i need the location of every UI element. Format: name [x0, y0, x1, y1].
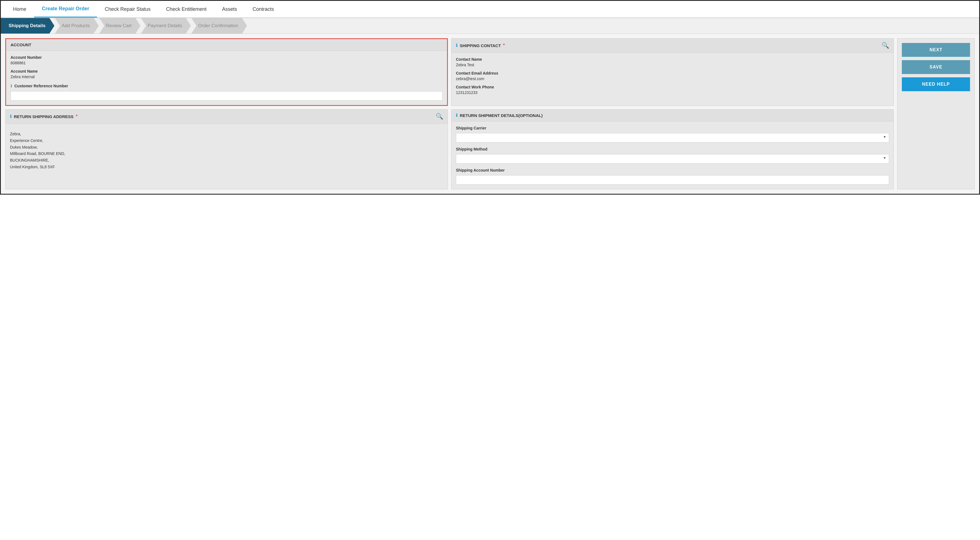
account-number-value: 6088861 — [11, 61, 442, 65]
nav-item-check-repair-status[interactable]: Check Repair Status — [97, 2, 158, 17]
shipping-contact-required: * — [503, 43, 505, 48]
shipping-method-label: Shipping Method — [456, 147, 889, 151]
return-address-title: RETURN SHIPPING ADDRESS — [14, 114, 73, 119]
contact-email-label: Contact Email Address — [456, 71, 889, 75]
return-shipment-header: ℹ RETURN SHIPMENT DETAILS(OPTIONAL) — [452, 110, 894, 121]
return-shipment-info-icon: ℹ — [456, 113, 458, 118]
carrier-select-wrapper — [456, 131, 889, 142]
wizard-step-add-products[interactable]: Add Products — [55, 18, 99, 33]
customer-ref-info-icon: ℹ — [11, 83, 12, 88]
return-shipment-title: RETURN SHIPMENT DETAILS(OPTIONAL) — [460, 113, 542, 118]
account-name-value: Zebra Internal — [11, 75, 442, 79]
nav-item-check-entitlement[interactable]: Check Entitlement — [158, 2, 214, 17]
nav-item-assets[interactable]: Assets — [214, 2, 245, 17]
account-number-label: Account Number — [11, 55, 442, 60]
action-panel: NEXT SAVE NEED HELP — [897, 38, 975, 190]
return-shipment-body: Shipping Carrier Shipping Method Shippin… — [452, 121, 894, 189]
return-address-body: Zebra,Experience Centre,Dukes Meadow,Mil… — [6, 124, 448, 178]
shipping-contact-info-icon: ℹ — [456, 43, 458, 48]
carrier-label: Shipping Carrier — [456, 126, 889, 130]
wizard-steps: Shipping Details Add Products Review Car… — [1, 18, 979, 34]
account-panel-header: ACCOUNT — [6, 39, 447, 51]
account-panel-body: Account Number 6088861 Account Name Zebr… — [6, 51, 447, 105]
contact-name-value: Zebra Test — [456, 63, 889, 67]
return-address-required: * — [76, 114, 78, 119]
account-panel: ACCOUNT Account Number 6088861 Account N… — [5, 38, 448, 106]
return-address-panel: ℹ RETURN SHIPPING ADDRESS * 🔍 Zebra,Expe… — [5, 109, 448, 190]
shipping-contact-header: ℹ SHIPPING CONTACT * 🔍 — [452, 38, 894, 53]
nav-item-home[interactable]: Home — [5, 2, 34, 17]
shipping-contact-search-icon[interactable]: 🔍 — [881, 42, 889, 49]
shipping-contact-title: SHIPPING CONTACT — [460, 43, 501, 48]
next-button[interactable]: NEXT — [902, 43, 970, 57]
return-shipment-panel: ℹ RETURN SHIPMENT DETAILS(OPTIONAL) Ship… — [451, 109, 894, 190]
shipping-account-label: Shipping Account Number — [456, 168, 889, 172]
wizard-step-review-cart[interactable]: Review Cart — [99, 18, 140, 33]
wizard-step-order-confirmation[interactable]: Order Confirmation — [191, 18, 247, 33]
contact-phone-label: Contact Work Phone — [456, 85, 889, 89]
shipping-account-input[interactable] — [456, 175, 889, 185]
customer-ref-label: Customer Reference Number — [14, 84, 68, 88]
carrier-select[interactable] — [456, 133, 889, 142]
return-address-text: Zebra,Experience Centre,Dukes Meadow,Mil… — [10, 128, 443, 173]
top-navigation: Home Create Repair Order Check Repair St… — [1, 1, 979, 18]
account-title: ACCOUNT — [11, 42, 31, 47]
shipping-contact-body: Contact Name Zebra Test Contact Email Ad… — [452, 53, 894, 100]
return-address-search-icon[interactable]: 🔍 — [436, 113, 443, 120]
need-help-button[interactable]: NEED HELP — [902, 77, 970, 91]
return-address-header: ℹ RETURN SHIPPING ADDRESS * 🔍 — [6, 110, 448, 124]
shipping-method-select[interactable] — [456, 154, 889, 164]
nav-item-create-repair-order[interactable]: Create Repair Order — [34, 1, 97, 18]
contact-name-label: Contact Name — [456, 57, 889, 62]
main-content: ACCOUNT Account Number 6088861 Account N… — [1, 34, 979, 194]
shipping-contact-panel: ℹ SHIPPING CONTACT * 🔍 Contact Name Zebr… — [451, 38, 894, 106]
return-address-info-icon: ℹ — [10, 114, 12, 119]
contact-email-value: zebra@test.com — [456, 76, 889, 81]
customer-ref-input[interactable] — [11, 91, 442, 100]
contact-phone-value: 1231231233 — [456, 90, 889, 95]
nav-item-contracts[interactable]: Contracts — [245, 2, 282, 17]
save-button[interactable]: SAVE — [902, 60, 970, 74]
method-select-wrapper — [456, 153, 889, 164]
account-name-label: Account Name — [11, 69, 442, 73]
wizard-step-shipping-details[interactable]: Shipping Details — [1, 18, 54, 33]
wizard-step-payment-details[interactable]: Payment Details — [141, 18, 191, 33]
